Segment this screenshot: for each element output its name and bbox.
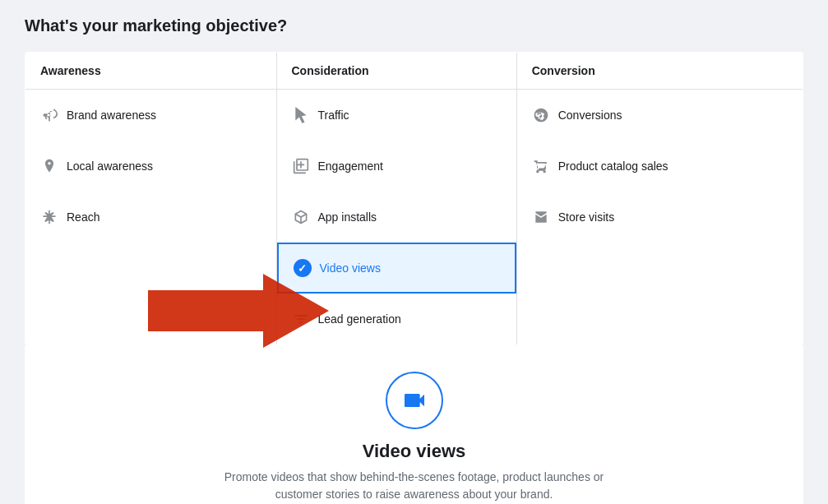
marketing-objectives-grid: Awareness Consideration Conversion: [25, 52, 803, 345]
objective-store-visits[interactable]: Store visits: [517, 192, 803, 243]
bottom-section-title: Video views: [363, 441, 466, 462]
objectives-table-wrapper: Awareness Consideration Conversion: [25, 52, 803, 345]
video-icon-circle: [386, 372, 443, 429]
objective-detail-section: Video views Promote videos that show beh…: [25, 345, 803, 504]
check-circle-icon: [294, 259, 312, 277]
engagement-icon: [292, 157, 310, 175]
objective-store-visits-label: Store visits: [558, 210, 614, 224]
store-icon: [532, 208, 550, 226]
pin-icon: [40, 157, 58, 175]
objective-local-awareness[interactable]: Local awareness: [25, 141, 276, 192]
objective-lead-generation[interactable]: Lead generation: [277, 294, 516, 344]
objective-video-views-label: Video views: [320, 261, 381, 275]
bottom-section-description: Promote videos that show behind-the-scen…: [209, 469, 620, 503]
objective-app-installs[interactable]: App installs: [277, 192, 516, 243]
column-header-conversion: Conversion: [516, 53, 803, 90]
objective-brand-awareness-label: Brand awareness: [67, 109, 156, 122]
conversion-empty-4: [517, 243, 803, 294]
objective-engagement[interactable]: Engagement: [277, 141, 516, 192]
objective-local-awareness-label: Local awareness: [67, 160, 153, 173]
cursor-icon: [292, 106, 310, 124]
column-header-consideration: Consideration: [276, 53, 516, 90]
objective-traffic-label: Traffic: [318, 109, 349, 122]
awareness-empty-4: [25, 243, 276, 294]
table-row: Brand awareness Traffic: [25, 90, 803, 141]
column-header-awareness: Awareness: [25, 53, 277, 90]
table-row: Local awareness Engagement: [25, 141, 803, 192]
box-icon: [292, 208, 310, 226]
objective-brand-awareness[interactable]: Brand awareness: [25, 90, 276, 141]
objective-video-views[interactable]: Video views: [277, 243, 516, 294]
video-camera-icon: [401, 387, 428, 414]
objective-conversions-label: Conversions: [558, 109, 622, 122]
objective-reach[interactable]: Reach: [25, 192, 276, 243]
conversion-empty-5: [517, 294, 803, 344]
objective-app-installs-label: App installs: [318, 210, 377, 224]
megaphone-icon: [40, 106, 58, 124]
cart-icon: [532, 157, 550, 175]
objective-traffic[interactable]: Traffic: [277, 90, 516, 141]
objective-lead-generation-label: Lead generation: [318, 312, 401, 326]
table-row: Lead generation: [25, 294, 803, 345]
page-title: What's your marketing objective?: [25, 16, 803, 35]
table-row: Video views: [25, 243, 803, 294]
objective-product-catalog-sales[interactable]: Product catalog sales: [517, 141, 803, 192]
objective-engagement-label: Engagement: [318, 160, 383, 173]
asterisk-icon: [40, 208, 58, 226]
globe-icon: [532, 106, 550, 124]
page-container: What's your marketing objective? Awarene…: [0, 0, 828, 504]
objective-reach-label: Reach: [67, 210, 99, 224]
awareness-empty-5: [25, 294, 276, 344]
objective-product-catalog-sales-label: Product catalog sales: [558, 160, 668, 173]
objective-conversions[interactable]: Conversions: [517, 90, 803, 141]
table-row: Reach App installs: [25, 192, 803, 243]
filter-icon: [292, 310, 310, 328]
